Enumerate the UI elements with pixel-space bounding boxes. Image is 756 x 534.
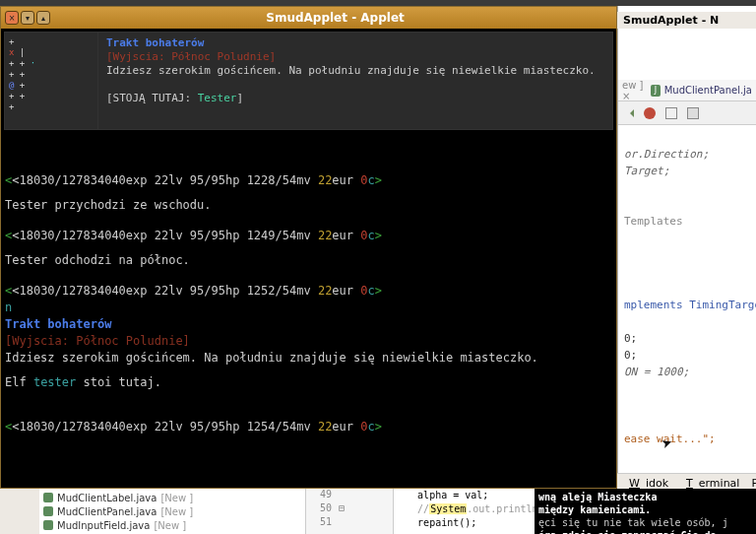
room-exits: [Wyjscia: Północ Poludnie] bbox=[106, 50, 604, 64]
room-title: Trakt bohaterów bbox=[5, 316, 612, 333]
code-editor[interactable]: or.Direction; Target; Templates mplement… bbox=[618, 125, 756, 468]
command-input[interactable] bbox=[5, 472, 612, 486]
command-echo: n bbox=[5, 300, 612, 316]
prompt-line: <<18030/127834040exp 22lv 95/95hp 1252/5… bbox=[5, 283, 612, 300]
terminal-output[interactable]: <<18030/127834040exp 22lv 95/95hp 1228/5… bbox=[1, 133, 616, 470]
line-gutter: 49 50⊟ 51 bbox=[305, 489, 394, 534]
room-body: Idziesz szerokim gościńcem. Na południu … bbox=[5, 350, 612, 367]
info-panel: + x | + + · + + @ + + + + Trakt bohateró… bbox=[4, 32, 613, 130]
nav-back-icon[interactable] bbox=[626, 109, 634, 117]
ide-window: SmudApplet - N ew ] × J MudClientPanel.j… bbox=[617, 6, 756, 489]
prompt-line: <<18030/127834040exp 22lv 95/95hp 1228/5… bbox=[5, 172, 612, 189]
room-body: Idziesz szerokim gościńcem. Na południu … bbox=[106, 64, 604, 78]
code-line: or.Direction; bbox=[624, 148, 709, 161]
java-icon: J bbox=[651, 85, 660, 97]
window-close-button[interactable]: × bbox=[5, 11, 19, 25]
window-title: SmudApplet - Applet bbox=[58, 11, 612, 25]
file-row[interactable]: MudClientPanel.java [New ] bbox=[43, 504, 301, 518]
code-line: 0; bbox=[624, 349, 637, 362]
file-row[interactable]: MudClientLabel.java [New ] bbox=[43, 491, 301, 504]
project-file-list[interactable]: MudClientLabel.java [New ] MudClientPane… bbox=[39, 489, 305, 534]
code-line: mplements TimingTarget bbox=[624, 299, 756, 311]
command-input-row bbox=[1, 470, 616, 488]
code-line: Templates bbox=[624, 215, 683, 228]
code-line: 0; bbox=[624, 332, 637, 345]
code-line: ON = 1000; bbox=[624, 366, 689, 378]
secondary-terminal[interactable]: wną aleją Miasteczka między kamienicami.… bbox=[535, 489, 756, 534]
pin-icon[interactable] bbox=[687, 107, 699, 119]
layout-icon[interactable] bbox=[665, 107, 677, 119]
ide-window-title: SmudApplet - N bbox=[617, 12, 756, 29]
room-occupants: [STOJĄ TUTAJ: Tester] bbox=[106, 92, 604, 105]
room-title: Trakt bohaterów bbox=[106, 36, 604, 50]
file-row[interactable]: MudInputField.java [New ] bbox=[43, 518, 301, 532]
occupant-line: Elf tester stoi tutaj. bbox=[5, 374, 612, 391]
prompt-line: <<18030/127834040exp 22lv 95/95hp 1249/5… bbox=[5, 228, 612, 244]
java-file-icon bbox=[43, 493, 53, 502]
java-file-icon bbox=[43, 506, 53, 516]
stop-icon[interactable] bbox=[644, 107, 656, 119]
room-description: Trakt bohaterów [Wyjscia: Północ Poludni… bbox=[98, 33, 612, 129]
java-file-icon bbox=[43, 520, 53, 530]
prompt-line: <<18030/127834040exp 22lv 95/95hp 1254/5… bbox=[5, 419, 612, 435]
minimap: + x | + + · + + @ + + + + bbox=[5, 33, 98, 129]
window-maximize-button[interactable]: ▴ bbox=[36, 11, 50, 25]
editor-tab-label[interactable]: MudClientPanel.ja bbox=[664, 85, 752, 96]
game-line: Tester odchodzi na północ. bbox=[5, 252, 612, 269]
room-exits: [Wyjscia: Północ Poludnie] bbox=[5, 333, 612, 350]
game-line: Tester przychodzi ze wschodu. bbox=[5, 197, 612, 214]
titlebar[interactable]: × ▾ ▴ SmudApplet - Applet bbox=[1, 7, 616, 29]
editor-toolbar bbox=[618, 101, 756, 125]
window-minimize-button[interactable]: ▾ bbox=[21, 11, 34, 25]
code-line: ease wait..."; bbox=[624, 433, 716, 445]
code-line: Target; bbox=[624, 165, 669, 177]
editor-tab-bar[interactable]: ew ] × J MudClientPanel.ja bbox=[618, 80, 756, 101]
tab-left-fragment: ew ] × bbox=[622, 80, 647, 101]
app-window: × ▾ ▴ SmudApplet - Applet + x | + + · + … bbox=[0, 6, 617, 489]
code-snippet[interactable]: alpha = val; //System.out.println( repai… bbox=[394, 489, 535, 534]
